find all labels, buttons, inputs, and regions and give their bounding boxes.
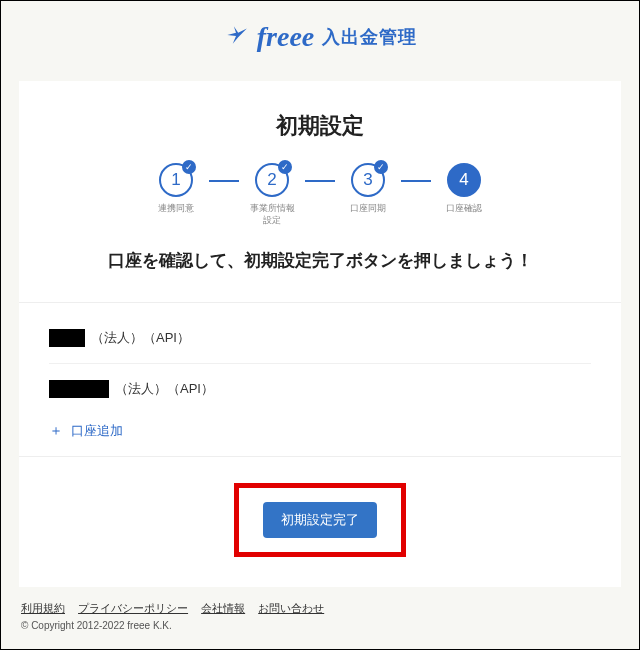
stepper-connector bbox=[209, 180, 239, 182]
accounts-section: （法人）（API） （法人）（API） ＋ 口座追加 bbox=[19, 302, 621, 457]
check-icon: ✓ bbox=[182, 160, 196, 174]
footer-link-contact[interactable]: お問い合わせ bbox=[258, 602, 324, 614]
step-3: 3 ✓ 口座同期 bbox=[335, 163, 401, 227]
logo-product: 入出金管理 bbox=[322, 25, 417, 49]
check-icon: ✓ bbox=[278, 160, 292, 174]
instruction-text: 口座を確認して、初期設定完了ボタンを押しましょう！ bbox=[19, 249, 621, 272]
step-4-num: 4 bbox=[459, 170, 468, 190]
step-2: 2 ✓ 事業所情報設定 bbox=[239, 163, 305, 227]
stepper-connector bbox=[305, 180, 335, 182]
highlight-box: 初期設定完了 bbox=[234, 483, 406, 557]
submit-area: 初期設定完了 bbox=[19, 457, 621, 557]
step-1-label: 連携同意 bbox=[158, 203, 194, 227]
step-1-circle: 1 ✓ bbox=[159, 163, 193, 197]
account-row[interactable]: （法人）（API） bbox=[49, 313, 591, 363]
footer-link-company[interactable]: 会社情報 bbox=[201, 602, 245, 614]
account-name-mask bbox=[49, 380, 109, 398]
app-header: freee 入出金管理 bbox=[19, 21, 621, 53]
account-suffix: （法人）（API） bbox=[115, 380, 214, 398]
logo-brand: freee bbox=[257, 21, 315, 53]
step-1-num: 1 bbox=[171, 170, 180, 190]
step-4: 4 口座確認 bbox=[431, 163, 497, 227]
page-title: 初期設定 bbox=[19, 111, 621, 141]
step-3-circle: 3 ✓ bbox=[351, 163, 385, 197]
step-4-label: 口座確認 bbox=[446, 203, 482, 227]
step-2-circle: 2 ✓ bbox=[255, 163, 289, 197]
step-1: 1 ✓ 連携同意 bbox=[143, 163, 209, 227]
footer-link-privacy[interactable]: プライバシーポリシー bbox=[78, 602, 188, 614]
plus-icon: ＋ bbox=[49, 422, 63, 440]
logo-bird-icon bbox=[223, 22, 249, 52]
stepper-connector bbox=[401, 180, 431, 182]
step-4-circle: 4 bbox=[447, 163, 481, 197]
add-account-button[interactable]: ＋ 口座追加 bbox=[49, 414, 591, 444]
step-3-label: 口座同期 bbox=[350, 203, 386, 227]
complete-setup-button[interactable]: 初期設定完了 bbox=[263, 502, 377, 538]
account-row[interactable]: （法人）（API） bbox=[49, 363, 591, 414]
step-2-num: 2 bbox=[267, 170, 276, 190]
footer-link-terms[interactable]: 利用規約 bbox=[21, 602, 65, 614]
copyright: © Copyright 2012-2022 freee K.K. bbox=[21, 620, 619, 631]
stepper: 1 ✓ 連携同意 2 ✓ 事業所情報設定 3 ✓ 口座同期 bbox=[19, 163, 621, 227]
setup-card: 初期設定 1 ✓ 連携同意 2 ✓ 事業所情報設定 3 bbox=[19, 81, 621, 587]
add-account-label: 口座追加 bbox=[71, 422, 123, 440]
account-name-mask bbox=[49, 329, 85, 347]
footer: 利用規約 プライバシーポリシー 会社情報 お問い合わせ © Copyright … bbox=[19, 587, 621, 631]
step-3-num: 3 bbox=[363, 170, 372, 190]
account-suffix: （法人）（API） bbox=[91, 329, 190, 347]
check-icon: ✓ bbox=[374, 160, 388, 174]
step-2-label: 事業所情報設定 bbox=[250, 203, 295, 227]
